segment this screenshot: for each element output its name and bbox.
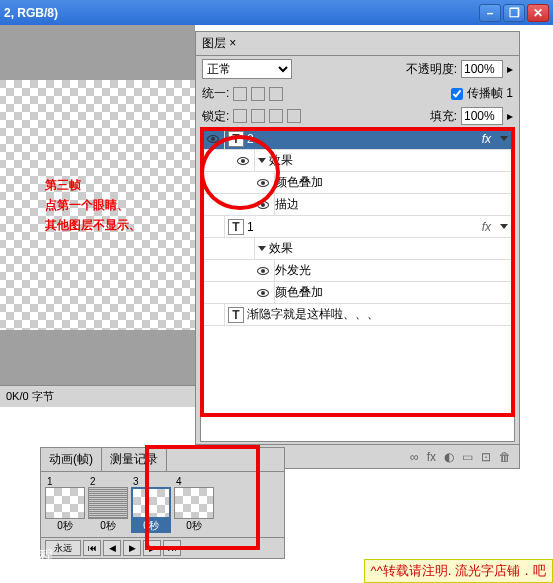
text-layer-icon: T bbox=[228, 307, 244, 323]
effect-label: 颜色叠加 bbox=[275, 284, 323, 301]
effects-label: 效果 bbox=[269, 152, 293, 169]
layer-effects-row[interactable]: 效果 bbox=[201, 238, 514, 260]
unify-icon-1[interactable] bbox=[233, 87, 247, 101]
watermark-text-1: PS教程 bbox=[6, 547, 53, 565]
prev-frame-button[interactable]: ◀ bbox=[103, 540, 121, 556]
adjustment-icon[interactable]: ▭ bbox=[462, 450, 473, 464]
frame-thumbnail bbox=[88, 487, 128, 519]
status-bar: 0K/0 字节 bbox=[0, 385, 195, 407]
delete-icon[interactable]: 🗑 bbox=[499, 450, 511, 464]
layer-effects-row[interactable]: 效果 bbox=[201, 150, 514, 172]
fill-label: 填充: bbox=[430, 108, 457, 125]
unify-label: 统一: bbox=[202, 85, 229, 102]
animation-controls: 永远 ⏮ ◀ ▶ ▶ ⏭ bbox=[41, 537, 284, 558]
expand-icon[interactable] bbox=[500, 224, 508, 229]
layers-list: T 2 fx 效果 颜色叠加 描边 T 1 fx 效果 bbox=[200, 127, 515, 442]
window-buttons: – ❐ ✕ bbox=[479, 4, 549, 22]
blend-mode-select[interactable]: 正常 bbox=[202, 59, 292, 79]
measurement-tab[interactable]: 测量记录 bbox=[102, 448, 167, 471]
opacity-input[interactable] bbox=[461, 60, 503, 78]
visibility-eye-icon[interactable] bbox=[257, 267, 269, 275]
visibility-eye-icon[interactable] bbox=[207, 135, 219, 143]
lock-position-icon[interactable] bbox=[269, 109, 283, 123]
visibility-eye-icon[interactable] bbox=[257, 289, 269, 297]
frame-thumbnail bbox=[131, 487, 171, 519]
propagate-checkbox[interactable] bbox=[451, 88, 463, 100]
layer-row-1[interactable]: T 1 fx bbox=[201, 216, 514, 238]
effect-label: 描边 bbox=[275, 196, 299, 213]
frame-thumbnail bbox=[174, 487, 214, 519]
credit-bar: ^^转载请注明. 流光字店铺．吧 bbox=[364, 559, 553, 583]
mask-icon[interactable]: ◐ bbox=[444, 450, 454, 464]
expand-icon[interactable] bbox=[258, 158, 266, 163]
effects-label: 效果 bbox=[269, 240, 293, 257]
frame-2[interactable]: 20秒 bbox=[88, 476, 128, 533]
fill-input[interactable] bbox=[461, 107, 503, 125]
layer-name: 2 bbox=[247, 132, 254, 146]
window-titlebar: 2, RGB/8) – ❐ ✕ bbox=[0, 0, 553, 25]
minimize-button[interactable]: – bbox=[479, 4, 501, 22]
frame-1[interactable]: 10秒 bbox=[45, 476, 85, 533]
frame-thumbnail bbox=[45, 487, 85, 519]
frames-strip: 10秒 20秒 30秒 40秒 bbox=[41, 472, 284, 537]
layer-row-text[interactable]: T 渐隐字就是这样啦、、、 bbox=[201, 304, 514, 326]
layer-row-2[interactable]: T 2 fx bbox=[201, 128, 514, 150]
frame-4[interactable]: 40秒 bbox=[174, 476, 214, 533]
unify-icon-3[interactable] bbox=[269, 87, 283, 101]
animation-tab[interactable]: 动画(帧) bbox=[41, 448, 102, 471]
text-layer-icon: T bbox=[228, 219, 244, 235]
fx-badge[interactable]: fx bbox=[482, 220, 491, 234]
visibility-eye-icon[interactable] bbox=[237, 157, 249, 165]
play-button[interactable]: ▶ bbox=[123, 540, 141, 556]
last-frame-button[interactable]: ⏭ bbox=[163, 540, 181, 556]
chevron-right-icon[interactable]: ▸ bbox=[507, 109, 513, 123]
layers-panel: 图层 × 正常 不透明度: ▸ 统一: 传播帧 1 锁定: 填充: ▸ T 2 … bbox=[195, 31, 520, 469]
lock-transparency-icon[interactable] bbox=[233, 109, 247, 123]
layer-effect-outerglow[interactable]: 外发光 bbox=[201, 260, 514, 282]
effect-label: 颜色叠加 bbox=[275, 174, 323, 191]
maximize-button[interactable]: ❐ bbox=[503, 4, 525, 22]
layer-name: 1 bbox=[247, 220, 254, 234]
lock-all-icon[interactable] bbox=[287, 109, 301, 123]
text-layer-icon: T bbox=[228, 131, 244, 147]
layers-tab[interactable]: 图层 × bbox=[196, 32, 519, 56]
close-button[interactable]: ✕ bbox=[527, 4, 549, 22]
link-icon[interactable]: ∞ bbox=[410, 450, 419, 464]
watermark-text-2: BBS.16XX8.COM bbox=[6, 565, 118, 581]
chevron-right-icon[interactable]: ▸ bbox=[507, 62, 513, 76]
lock-label: 锁定: bbox=[202, 108, 229, 125]
layer-effect-coloroverlay[interactable]: 颜色叠加 bbox=[201, 172, 514, 194]
effect-label: 外发光 bbox=[275, 262, 311, 279]
first-frame-button[interactable]: ⏮ bbox=[83, 540, 101, 556]
animation-panel: 动画(帧) 测量记录 10秒 20秒 30秒 40秒 永远 ⏮ ◀ ▶ ▶ ⏭ bbox=[40, 447, 285, 559]
propagate-label: 传播帧 1 bbox=[467, 85, 513, 102]
visibility-eye-icon[interactable] bbox=[257, 179, 269, 187]
layer-name: 渐隐字就是这样啦、、、 bbox=[247, 306, 379, 323]
fx-icon[interactable]: fx bbox=[427, 450, 436, 464]
lock-pixels-icon[interactable] bbox=[251, 109, 265, 123]
layer-effect-coloroverlay[interactable]: 颜色叠加 bbox=[201, 282, 514, 304]
new-layer-icon[interactable]: ⊡ bbox=[481, 450, 491, 464]
visibility-eye-icon[interactable] bbox=[257, 201, 269, 209]
layer-effect-stroke[interactable]: 描边 bbox=[201, 194, 514, 216]
window-title: 2, RGB/8) bbox=[4, 6, 58, 20]
annotation-text: 第三帧 点第一个眼睛、 其他图层不显示、 bbox=[45, 175, 141, 235]
fx-badge[interactable]: fx bbox=[482, 132, 491, 146]
next-frame-button[interactable]: ▶ bbox=[143, 540, 161, 556]
unify-icon-2[interactable] bbox=[251, 87, 265, 101]
opacity-label: 不透明度: bbox=[406, 61, 457, 78]
expand-icon[interactable] bbox=[258, 246, 266, 251]
expand-icon[interactable] bbox=[500, 136, 508, 141]
frame-3[interactable]: 30秒 bbox=[131, 476, 171, 533]
